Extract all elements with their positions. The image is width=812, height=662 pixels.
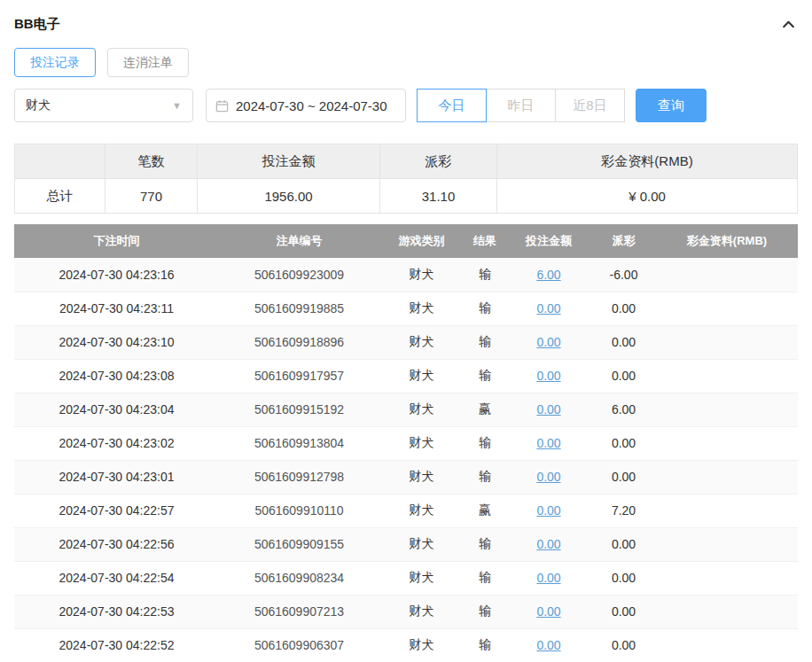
table-row: 2024-07-30 04:22:535061609907213财犬输0.000…: [14, 595, 798, 628]
summary-total-bet-amount: 1956.00: [198, 179, 380, 214]
game-type-cell: 财犬: [379, 494, 464, 527]
header-order-id: 注单编号: [219, 224, 379, 258]
bet-amount-cell: 0.00: [506, 494, 591, 527]
bet-time-cell: 2024-07-30 04:22:54: [14, 561, 219, 595]
payout-cell: 0.00: [591, 628, 656, 662]
bet-amount-link[interactable]: 0.00: [536, 503, 560, 518]
bet-time-cell: 2024-07-30 04:22:52: [14, 628, 219, 662]
bet-amount-cell: 0.00: [506, 292, 591, 325]
order-id-cell: 5061609918896: [219, 325, 379, 359]
bet-amount-link[interactable]: 0.00: [536, 638, 560, 652]
bet-time-cell: 2024-07-30 04:23:10: [14, 325, 219, 359]
table-row: 2024-07-30 04:23:085061609917957财犬输0.000…: [14, 359, 798, 393]
order-id-cell: 5061609919885: [219, 292, 379, 325]
bet-table-header-row: 下注时间 注单编号 游戏类别 结果 投注金额 派彩 彩金资料(RMB): [14, 224, 798, 258]
bet-amount-link[interactable]: 0.00: [536, 301, 560, 315]
filter-bar: 财犬 ▼ 2024-07-30 ~ 2024-07-30 今日 昨日 近8日 查…: [14, 89, 798, 122]
bonus-cell: [656, 527, 798, 561]
game-type-cell: 财犬: [379, 628, 464, 662]
bet-amount-link[interactable]: 0.00: [536, 335, 560, 349]
game-type-cell: 财犬: [379, 460, 464, 494]
bonus-cell: [656, 258, 798, 292]
result-cell: 输: [464, 527, 506, 561]
table-row: 2024-07-30 04:22:545061609908234财犬输0.000…: [14, 561, 798, 595]
result-cell: 赢: [464, 494, 506, 527]
page-title: BB电子: [14, 16, 60, 33]
result-cell: 输: [464, 426, 506, 460]
table-row: 2024-07-30 04:22:565061609909155财犬输0.000…: [14, 527, 798, 561]
search-button[interactable]: 查询: [636, 89, 707, 122]
header-bet-amount: 投注金额: [506, 224, 591, 258]
summary-header-bet-amount: 投注金额: [198, 144, 380, 179]
bet-amount-cell: 6.00: [506, 258, 591, 292]
order-id-cell: 5061609913804: [219, 426, 379, 460]
table-row: 2024-07-30 04:23:045061609915192财犬赢0.006…: [14, 393, 798, 426]
bet-amount-link[interactable]: 0.00: [536, 402, 560, 417]
table-row: 2024-07-30 04:23:165061609923009财犬输6.00-…: [14, 258, 798, 292]
result-cell: 输: [464, 595, 506, 628]
chevron-up-icon[interactable]: [778, 14, 798, 34]
payout-cell: 0.00: [591, 426, 656, 460]
game-type-cell: 财犬: [379, 325, 464, 359]
bet-time-cell: 2024-07-30 04:23:01: [14, 460, 219, 494]
bet-amount-link[interactable]: 0.00: [536, 470, 560, 484]
table-row: 2024-07-30 04:22:525061609906307财犬输0.000…: [14, 628, 798, 662]
game-type-cell: 财犬: [379, 595, 464, 628]
bet-amount-link[interactable]: 0.00: [536, 537, 560, 551]
order-id-cell: 5061609906307: [219, 628, 379, 662]
bonus-cell: [656, 393, 798, 426]
header-game-type: 游戏类别: [379, 224, 464, 258]
bet-amount-cell: 0.00: [506, 325, 591, 359]
bet-amount-cell: 0.00: [506, 393, 591, 426]
order-id-cell: 5061609915192: [219, 393, 379, 426]
result-cell: 输: [464, 359, 506, 393]
order-id-cell: 5061609908234: [219, 561, 379, 595]
payout-cell: 0.00: [591, 527, 656, 561]
game-type-cell: 财犬: [379, 527, 464, 561]
result-cell: 输: [464, 325, 506, 359]
bet-table-body: 2024-07-30 04:23:165061609923009财犬输6.00-…: [14, 258, 798, 662]
bet-time-cell: 2024-07-30 04:22:57: [14, 494, 219, 527]
result-cell: 输: [464, 460, 506, 494]
order-id-cell: 5061609912798: [219, 460, 379, 494]
game-type-cell: 财犬: [379, 258, 464, 292]
payout-cell: -6.00: [591, 258, 656, 292]
game-type-cell: 财犬: [379, 359, 464, 393]
bet-amount-cell: 0.00: [506, 561, 591, 595]
header-result: 结果: [464, 224, 506, 258]
quick-btn-last8days[interactable]: 近8日: [555, 89, 625, 122]
quick-btn-yesterday[interactable]: 昨日: [486, 89, 556, 122]
quick-btn-today[interactable]: 今日: [417, 89, 487, 122]
bet-amount-link[interactable]: 0.00: [536, 571, 560, 585]
order-id-cell: 5061609917957: [219, 359, 379, 393]
order-id-cell: 5061609909155: [219, 527, 379, 561]
order-id-cell: 5061609910110: [219, 494, 379, 527]
bet-amount-link[interactable]: 0.00: [536, 369, 560, 383]
payout-cell: 0.00: [591, 460, 656, 494]
order-id-cell: 5061609923009: [219, 258, 379, 292]
payout-cell: 7.20: [591, 494, 656, 527]
bet-amount-link[interactable]: 0.00: [536, 436, 560, 450]
payout-cell: 0.00: [591, 359, 656, 393]
bet-time-cell: 2024-07-30 04:23:08: [14, 359, 219, 393]
bet-amount-cell: 0.00: [506, 426, 591, 460]
game-select[interactable]: 财犬 ▼: [14, 89, 193, 122]
payout-cell: 0.00: [591, 292, 656, 325]
tab-cancelled-orders[interactable]: 连消注单: [107, 48, 189, 77]
summary-total-payout: 31.10: [380, 179, 497, 214]
bet-time-cell: 2024-07-30 04:23:02: [14, 426, 219, 460]
tab-bet-records[interactable]: 投注记录: [14, 48, 96, 77]
bet-amount-link[interactable]: 6.00: [536, 268, 560, 282]
summary-header-blank: [15, 144, 105, 179]
bonus-cell: [656, 595, 798, 628]
bonus-cell: [656, 628, 798, 662]
summary-total-bonus: ¥ 0.00: [497, 179, 798, 214]
date-range-input[interactable]: 2024-07-30 ~ 2024-07-30: [206, 89, 406, 122]
bet-time-cell: 2024-07-30 04:22:56: [14, 527, 219, 561]
table-row: 2024-07-30 04:22:575061609910110财犬赢0.007…: [14, 494, 798, 527]
bonus-cell: [656, 292, 798, 325]
result-cell: 输: [464, 561, 506, 595]
bet-amount-link[interactable]: 0.00: [536, 604, 560, 619]
chevron-down-icon: ▼: [172, 100, 182, 111]
table-row: 2024-07-30 04:23:015061609912798财犬输0.000…: [14, 460, 798, 494]
